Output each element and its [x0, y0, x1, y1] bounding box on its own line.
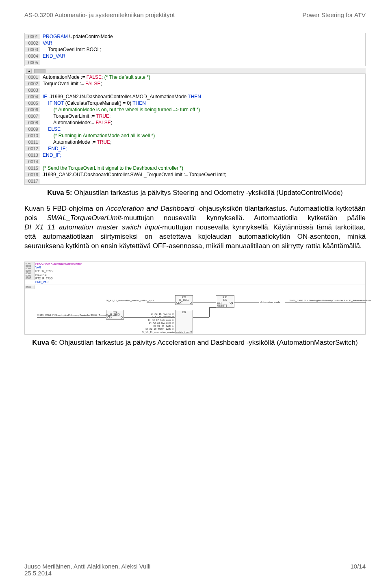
line-number: 0016	[25, 172, 40, 177]
figure-6-caption: Kuva 6: Ohjaustilan tarkastus ja päivity…	[24, 339, 366, 347]
line-number: 0010	[25, 133, 40, 138]
wire	[147, 303, 175, 303]
code-line: 0004END_VAR	[25, 53, 365, 59]
figure-5-label: Kuva 5:	[47, 189, 72, 197]
pin-q-2: Q	[121, 316, 123, 319]
diagram-line-numbers: 0001000200030004000500060007	[25, 262, 35, 280]
code-content: (* Running in AutomationMode and all is …	[40, 133, 155, 138]
code-line: 0005	[25, 59, 365, 66]
code-content: (* Send the TorqueOverLimit signal to th…	[40, 165, 183, 171]
fbd-diagram: 0001000200030004000500060007 PROGRAM Aut…	[24, 262, 366, 335]
block-rs1: RS1 RS SETQ1 RESET1	[216, 295, 234, 308]
code-line: 0016J1939_CAN2.OUT.DashboardController.S…	[25, 171, 365, 178]
diagram-line-numbers-2: 0001	[25, 285, 35, 289]
pin-q1: Q1	[230, 301, 233, 304]
block-rt1: RT1 R_TRIG CLKQ	[175, 295, 193, 305]
figure-6-text: Ohjaustilan tarkastus ja päivitys Accele…	[57, 339, 358, 346]
code-line: 0010 (* Running in AutomationMode and al…	[25, 132, 365, 139]
line-number: 0003	[25, 88, 40, 93]
wire	[234, 303, 259, 303]
code-content: TorqueOverLimit := FALSE;	[40, 81, 102, 86]
code-line: 0002TorqueOverLimit := FALSE;	[25, 80, 365, 87]
pin-q: Q	[190, 301, 192, 304]
line-number: 0002	[25, 81, 40, 86]
body-paragraph: Kuvan 5 FBD-ohjelma on Acceleration and …	[24, 204, 366, 251]
line-number: 0012	[25, 146, 40, 151]
code-content: AutomationMode := TRUE;	[40, 139, 112, 145]
scroll-thumb[interactable]	[34, 69, 46, 73]
code-content: TorqueOverLimit: BOOL;	[40, 47, 102, 52]
body-italic-2: SWAL_TorqueOverLimit	[47, 214, 121, 222]
code-line: 0014	[25, 158, 365, 165]
scrollbar-strip: ◂	[24, 68, 366, 74]
line-number: 0013	[25, 153, 40, 158]
code-line: 0001AutomationMode := FALSE; (* The defa…	[25, 74, 365, 80]
block-rt1-type: R_TRIG	[176, 298, 192, 301]
line-number: 0009	[25, 127, 40, 132]
line-number: 0001	[25, 34, 40, 39]
page-footer: Juuso Meriläinen, Antti Alakiikonen, Ale…	[24, 563, 366, 577]
diagram-separator	[25, 285, 365, 285]
page-header: AS-0.3200 Automaatio- ja systeemitekniik…	[24, 11, 366, 18]
line-number: 0002	[25, 41, 40, 45]
code-content: IF NOT (CalculateTorqueManual() = 0) THE…	[40, 100, 146, 106]
footer-date: 25.5.2014	[24, 570, 52, 577]
label-amod-output: J1939_CAN2.Out.SteeringAndOdometryContro…	[289, 299, 371, 302]
line-number: 0004	[25, 54, 40, 58]
line-number: 0003	[25, 47, 40, 52]
figure-6-label: Kuva 6:	[32, 339, 57, 346]
code-line: 0003	[25, 87, 365, 93]
line-number: 0015	[25, 166, 40, 171]
figure-5-text: Ohjaustilan tarkastus ja päivitys Steeri…	[72, 189, 343, 197]
code-line: 0009 ELSE	[25, 126, 365, 132]
label-torque-overlimit: J1939_CAN2.IN.SteeringAndOdometryControl…	[37, 314, 117, 316]
body-run-1: Kuvan 5 FBD-ohjelma on	[24, 205, 106, 212]
code-line: 0007 TorqueOverLimit := TRUE;	[25, 113, 365, 119]
code-line: 0017	[25, 178, 365, 184]
code-content: END_VAR	[40, 53, 65, 59]
label-automation-mode: Automation_mode	[260, 301, 280, 303]
body-run-3: -muuttujan nousevalla kynnyksellä. Autom…	[121, 214, 366, 222]
code-line: 0005 IF NOT (CalculateTorqueManual() = 0…	[25, 100, 365, 106]
code-content: TorqueOverLimit := TRUE;	[40, 113, 110, 119]
diagram-var-header: PROGRAM AutomationMasterSwitchVAR RT1: R…	[35, 262, 82, 284]
code-content: IF J1939_CAN2.IN.DashboardController.AMO…	[40, 94, 201, 99]
code-content: J1939_CAN2.OUT.DashboardController.SWAL_…	[40, 172, 226, 177]
block-rs1-type: RS	[217, 298, 233, 301]
header-left: AS-0.3200 Automaatio- ja systeemitekniik…	[24, 11, 175, 18]
code-line: 0003 TorqueOverLimit: BOOL;	[25, 46, 365, 53]
wire	[285, 303, 366, 303]
footer-page-number: 10/14	[350, 563, 366, 577]
line-number: 0011	[25, 140, 40, 145]
code-content: END_IF;	[40, 152, 61, 158]
line-number: 0006	[25, 107, 40, 112]
line-number: 0014	[25, 159, 40, 164]
wire	[193, 303, 216, 303]
scroll-left-icon[interactable]: ◂	[26, 69, 32, 74]
code-content: END_IF;	[40, 146, 67, 151]
footer-left: Juuso Meriläinen, Antti Alakiikonen, Ale…	[24, 563, 150, 577]
pin-reset: RESET1	[217, 304, 233, 307]
code-line: 0012 END_IF;	[25, 145, 365, 152]
code-content: AutomationMode:= FALSE;	[40, 120, 112, 125]
label-or-inputs: DI_X2_15_reverse_inDI_X2_16_forward_inDI…	[142, 313, 174, 334]
label-di-input: DI_X1_11_automation_master_switch_input	[106, 299, 154, 302]
pin-clk-2: CLK	[107, 316, 113, 319]
line-number: 0004	[25, 94, 40, 99]
footer-authors: Juuso Meriläinen, Antti Alakiikonen, Ale…	[24, 563, 150, 570]
wire	[193, 317, 209, 318]
header-right: Power Steering for ATV	[302, 11, 366, 18]
code-line: 0015(* Send the TorqueOverLimit signal t…	[25, 165, 365, 171]
line-number: 0001	[25, 75, 40, 80]
wire	[37, 317, 106, 318]
code-line: 0011 AutomationMode := TRUE;	[25, 139, 365, 145]
block-or-type: OR	[176, 311, 192, 313]
line-number: 0007	[25, 114, 40, 119]
code-line: 0013END_IF;	[25, 152, 365, 158]
figure-5-caption: Kuva 5: Ohjaustilan tarkastus ja päivity…	[24, 189, 366, 197]
pin-clk: CLK	[176, 301, 182, 304]
line-number: 0008	[25, 120, 40, 125]
code-line: 0004IF J1939_CAN2.IN.DashboardController…	[25, 93, 365, 100]
wire	[209, 307, 210, 317]
code-content: AutomationMode := FALSE; (* The default …	[40, 74, 150, 80]
